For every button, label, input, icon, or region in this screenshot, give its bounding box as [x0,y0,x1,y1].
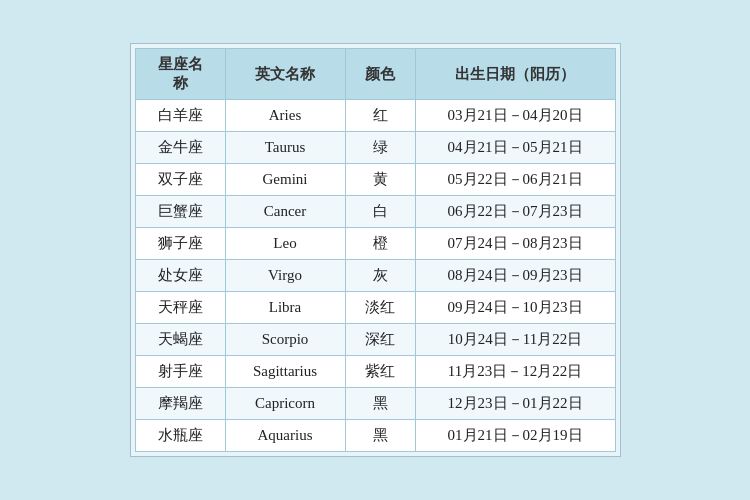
cell-date: 09月24日－10月23日 [415,292,615,324]
header-en: 英文名称 [225,49,345,100]
cell-cn: 摩羯座 [135,388,225,420]
table-row: 天蝎座Scorpio深红10月24日－11月22日 [135,324,615,356]
table-body: 白羊座Aries红03月21日－04月20日金牛座Taurus绿04月21日－0… [135,100,615,452]
table-row: 水瓶座Aquarius黑01月21日－02月19日 [135,420,615,452]
cell-date: 10月24日－11月22日 [415,324,615,356]
cell-color: 淡红 [345,292,415,324]
table-row: 天秤座Libra淡红09月24日－10月23日 [135,292,615,324]
cell-en: Scorpio [225,324,345,356]
header-cn: 星座名称 [135,49,225,100]
cell-cn: 金牛座 [135,132,225,164]
cell-date: 12月23日－01月22日 [415,388,615,420]
cell-cn: 天秤座 [135,292,225,324]
table-row: 巨蟹座Cancer白06月22日－07月23日 [135,196,615,228]
cell-color: 深红 [345,324,415,356]
table-header-row: 星座名称 英文名称 颜色 出生日期（阳历） [135,49,615,100]
table-row: 双子座Gemini黄05月22日－06月21日 [135,164,615,196]
cell-color: 黑 [345,420,415,452]
cell-color: 绿 [345,132,415,164]
cell-color: 橙 [345,228,415,260]
cell-en: Sagittarius [225,356,345,388]
cell-date: 05月22日－06月21日 [415,164,615,196]
cell-cn: 天蝎座 [135,324,225,356]
cell-color: 白 [345,196,415,228]
cell-date: 08月24日－09月23日 [415,260,615,292]
cell-color: 紫红 [345,356,415,388]
table-row: 白羊座Aries红03月21日－04月20日 [135,100,615,132]
cell-date: 04月21日－05月21日 [415,132,615,164]
table-row: 摩羯座Capricorn黑12月23日－01月22日 [135,388,615,420]
cell-en: Aquarius [225,420,345,452]
header-date: 出生日期（阳历） [415,49,615,100]
cell-cn: 处女座 [135,260,225,292]
cell-cn: 白羊座 [135,100,225,132]
zodiac-table: 星座名称 英文名称 颜色 出生日期（阳历） 白羊座Aries红03月21日－04… [135,48,616,452]
table-row: 狮子座Leo橙07月24日－08月23日 [135,228,615,260]
cell-date: 01月21日－02月19日 [415,420,615,452]
cell-en: Capricorn [225,388,345,420]
cell-cn: 水瓶座 [135,420,225,452]
cell-en: Cancer [225,196,345,228]
cell-en: Taurus [225,132,345,164]
cell-color: 黑 [345,388,415,420]
cell-en: Virgo [225,260,345,292]
cell-en: Leo [225,228,345,260]
cell-date: 06月22日－07月23日 [415,196,615,228]
cell-cn: 巨蟹座 [135,196,225,228]
cell-en: Aries [225,100,345,132]
cell-date: 07月24日－08月23日 [415,228,615,260]
cell-cn: 双子座 [135,164,225,196]
zodiac-table-container: 星座名称 英文名称 颜色 出生日期（阳历） 白羊座Aries红03月21日－04… [130,43,621,457]
table-row: 处女座Virgo灰08月24日－09月23日 [135,260,615,292]
table-row: 射手座Sagittarius紫红11月23日－12月22日 [135,356,615,388]
cell-color: 灰 [345,260,415,292]
cell-en: Gemini [225,164,345,196]
cell-color: 黄 [345,164,415,196]
table-row: 金牛座Taurus绿04月21日－05月21日 [135,132,615,164]
cell-date: 11月23日－12月22日 [415,356,615,388]
cell-en: Libra [225,292,345,324]
cell-cn: 射手座 [135,356,225,388]
cell-cn: 狮子座 [135,228,225,260]
cell-date: 03月21日－04月20日 [415,100,615,132]
cell-color: 红 [345,100,415,132]
header-color: 颜色 [345,49,415,100]
